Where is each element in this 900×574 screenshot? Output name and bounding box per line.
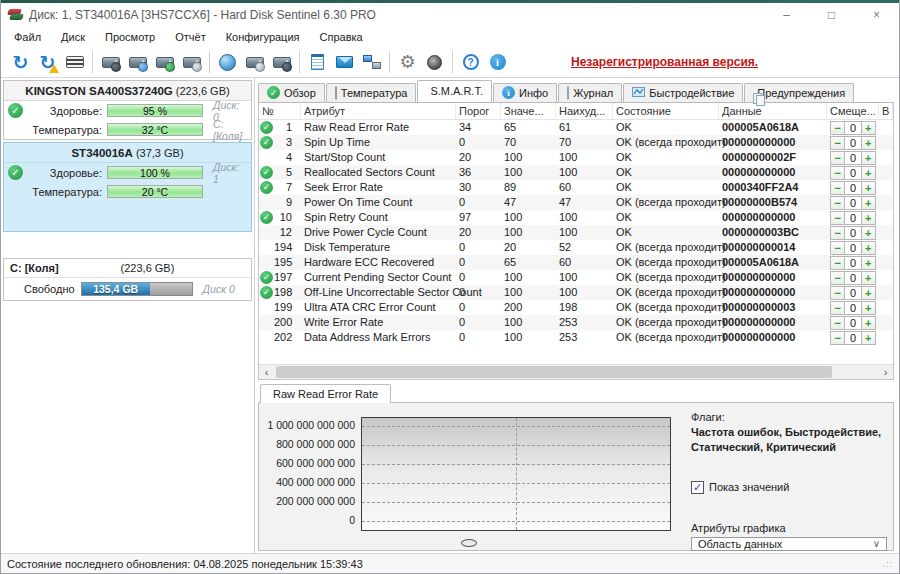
menu-item-5[interactable]: Справка [310,29,373,45]
menu-item-4[interactable]: Конфигурация [216,29,310,45]
disk-power-icon[interactable] [97,49,124,75]
column-header-0[interactable]: № [259,103,301,120]
smart-attribute-row[interactable]: ✓198Off-Line Uncorrectable Sector Count0… [259,285,893,300]
tab-журнал[interactable]: Журнал [558,83,622,102]
scrollbar-track[interactable] [274,365,878,379]
smart-attribute-row[interactable]: 200Write Error Rate0100253OK (всегда про… [259,315,893,330]
offset-decrease-button[interactable]: − [830,211,845,225]
tab-температура[interactable]: Температура [326,83,417,102]
column-header-8[interactable]: В [879,103,893,120]
offset-increase-button[interactable]: + [861,256,876,270]
offset-decrease-button[interactable]: − [830,331,845,345]
offset-increase-button[interactable]: + [861,241,876,255]
unregistered-version-link[interactable]: Незарегистрированная версия. [571,55,758,69]
offset-decrease-button[interactable]: − [830,286,845,300]
maximize-button[interactable]: □ [809,3,854,27]
help-icon[interactable]: ? [457,49,484,75]
resize-grip[interactable]: .:: [882,559,893,569]
chart-tab[interactable]: Raw Read Error Rate [260,384,391,403]
disk-hardware-icon[interactable] [268,49,295,75]
smart-attribute-row[interactable]: ✓3Spin Up Time07070OK (всегда проходит)0… [259,135,893,150]
disk-clock-icon[interactable] [124,49,151,75]
scrollbar-thumb[interactable] [276,366,832,378]
menu-item-2[interactable]: Просмотр [95,29,165,45]
tab-быстродействие[interactable]: Быстродействие [623,83,743,102]
network-disk-icon[interactable] [214,49,241,75]
offset-decrease-button[interactable]: − [830,256,845,270]
offset-decrease-button[interactable]: − [830,136,845,150]
offset-increase-button[interactable]: + [861,271,876,285]
disk-search-icon[interactable] [178,49,205,75]
offset-decrease-button[interactable]: − [830,271,845,285]
column-header-6[interactable]: Данные [719,103,827,120]
offset-decrease-button[interactable]: − [830,181,845,195]
offset-increase-button[interactable]: + [861,211,876,225]
network-icon[interactable] [358,49,385,75]
offset-decrease-button[interactable]: − [830,301,845,315]
offset-decrease-button[interactable]: − [830,121,845,135]
offset-decrease-button[interactable]: − [830,166,845,180]
disk-panel-0[interactable]: KINGSTON SA400S37240G (223,6 GB) ✓ Здоро… [3,80,252,140]
offset-increase-button[interactable]: + [861,226,876,240]
column-header-1[interactable]: Атрибут [301,103,456,120]
smart-attribute-row[interactable]: ✓10Spin Retry Count97100100OK00000000000… [259,210,893,225]
partition-panel[interactable]: C: [Коля] (223,6 GB) Свободно 135,4 GB Д… [3,258,252,301]
offset-increase-button[interactable]: + [861,166,876,180]
column-header-4[interactable]: Наихуд... [556,103,613,120]
graph-attributes-dropdown[interactable]: Область данных ∨ [691,537,887,551]
refresh-warning-icon[interactable]: ↻ [34,49,61,75]
smart-attribute-row[interactable]: 9Power On Time Count04747OK (всегда прох… [259,195,893,210]
offset-decrease-button[interactable]: − [830,196,845,210]
report-icon[interactable] [304,49,331,75]
disk-usb-icon[interactable] [241,49,268,75]
column-header-2[interactable]: Порог [456,103,501,120]
smart-attribute-row[interactable]: ✓5Reallocated Sectors Count36100100OK000… [259,165,893,180]
tab-s.m.a.r.t.[interactable]: S.M.A.R.T. [417,80,492,102]
settings-icon[interactable]: ⚙ [394,49,421,75]
chart-slider-handle[interactable] [461,539,477,547]
close-button[interactable]: × [854,3,899,27]
smart-attribute-row[interactable]: ✓197Current Pending Sector Count0100100O… [259,270,893,285]
sound-icon[interactable] [421,49,448,75]
column-header-3[interactable]: Значе... [501,103,556,120]
offset-increase-button[interactable]: + [861,196,876,210]
smart-attribute-row[interactable]: 199Ultra ATA CRC Error Count0200198OK (в… [259,300,893,315]
offset-decrease-button[interactable]: − [830,151,845,165]
offset-decrease-button[interactable]: − [830,316,845,330]
refresh-icon[interactable]: ↻ [7,49,34,75]
offset-decrease-button[interactable]: − [830,226,845,240]
scroll-left-arrow[interactable]: ‹ [259,366,274,378]
menu-item-1[interactable]: Диск [51,29,95,45]
tab-обзор[interactable]: ✓Обзор [258,83,325,102]
smart-attribute-row[interactable]: 202Data Address Mark Errors0100253OK (вс… [259,330,893,345]
offset-increase-button[interactable]: + [861,301,876,315]
column-header-7[interactable]: Смеще... [827,103,879,120]
disk-test-icon[interactable] [151,49,178,75]
disk-panel-1-selected[interactable]: ST340016A (37,3 GB) ✓ Здоровье: 100 % Ди… [3,142,252,232]
offset-increase-button[interactable]: + [861,331,876,345]
offset-increase-button[interactable]: + [861,286,876,300]
scroll-right-arrow[interactable]: › [878,366,893,378]
minimize-button[interactable]: – [764,3,809,27]
smart-attribute-row[interactable]: 12Drive Power Cycle Count20100100OK00000… [259,225,893,240]
smart-attribute-row[interactable]: 4Start/Stop Count20100100OK00000000002F−… [259,150,893,165]
offset-increase-button[interactable]: + [861,181,876,195]
info-icon[interactable]: i [484,49,511,75]
smart-attribute-row[interactable]: 195Hardware ECC Recovered06560OK (всегда… [259,255,893,270]
email-icon[interactable] [331,49,358,75]
offset-increase-button[interactable]: + [861,151,876,165]
offset-increase-button[interactable]: + [861,121,876,135]
surface-view-icon[interactable] [61,49,88,75]
offset-increase-button[interactable]: + [861,316,876,330]
menu-item-0[interactable]: Файл [4,29,51,45]
smart-attribute-row[interactable]: ✓7Seek Error Rate308960OK0000340FF2A4−0+ [259,180,893,195]
smart-attribute-row[interactable]: 194Disk Temperature02052OK (всегда прохо… [259,240,893,255]
offset-increase-button[interactable]: + [861,136,876,150]
horizontal-scrollbar[interactable]: ‹ › [259,364,893,379]
tab-инфо[interactable]: iИнфо [493,83,557,102]
offset-decrease-button[interactable]: − [830,241,845,255]
show-values-checkbox[interactable]: ✓ [691,481,704,494]
tab-предупреждения[interactable]: Предупреждения [744,83,854,102]
menu-item-3[interactable]: Отчёт [165,29,215,45]
smart-attribute-row[interactable]: ✓1Raw Read Error Rate346561OK000005A0618… [259,120,893,135]
